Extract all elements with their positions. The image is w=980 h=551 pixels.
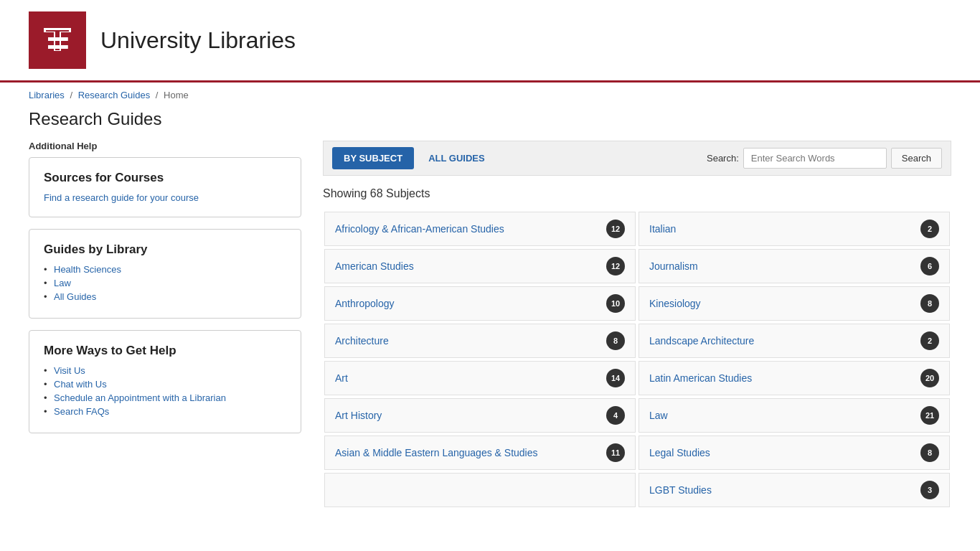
subjects-grid: Africology & African-American Studies12I… — [323, 210, 951, 509]
subject-link[interactable]: Kinesiology — [649, 298, 701, 309]
search-input[interactable] — [743, 148, 887, 169]
subject-link[interactable]: Art — [335, 372, 348, 384]
all-guides-link[interactable]: All Guides — [54, 291, 96, 302]
health-sciences-link[interactable]: Health Sciences — [54, 264, 121, 275]
tab-all-guides[interactable]: ALL GUIDES — [417, 147, 496, 169]
list-item: Visit Us — [44, 365, 286, 376]
subject-link[interactable]: Landscape Architecture — [649, 335, 754, 347]
schedule-appointment-link[interactable]: Schedule an Appointment with a Librarian — [54, 392, 226, 403]
site-header: ⚌ University Libraries — [0, 0, 980, 83]
subject-link[interactable]: LGBT Studies — [649, 484, 712, 496]
search-button[interactable]: Search — [891, 148, 942, 169]
list-item: All Guides — [44, 291, 286, 302]
additional-help-label: Additional Help — [29, 141, 301, 151]
subject-link[interactable]: Art History — [335, 410, 382, 421]
main-layout: Additional Help Sources for Courses Find… — [0, 141, 980, 537]
subject-item[interactable]: Architecture8 — [324, 324, 636, 358]
sidebar: Additional Help Sources for Courses Find… — [29, 141, 301, 509]
tab-by-subject[interactable]: BY SUBJECT — [332, 147, 414, 169]
page-title-area: Research Guides — [0, 105, 980, 141]
subject-link[interactable]: Architecture — [335, 335, 389, 347]
subject-link[interactable]: Legal Studies — [649, 447, 710, 458]
subject-link[interactable]: Italian — [649, 223, 676, 235]
showing-subjects-label: Showing 68 Subjects — [323, 187, 951, 200]
subject-item[interactable]: Kinesiology8 — [639, 286, 950, 321]
subject-item — [324, 473, 636, 507]
list-item: Search FAQs — [44, 406, 286, 417]
subject-count: 20 — [920, 369, 939, 387]
subject-item[interactable]: Legal Studies8 — [639, 435, 950, 470]
breadcrumb-current: Home — [164, 90, 189, 100]
subject-count: 2 — [920, 331, 939, 350]
subject-link[interactable]: Latin American Studies — [649, 372, 752, 384]
subject-item[interactable]: American Studies12 — [324, 249, 636, 283]
sources-for-courses-link[interactable]: Find a research guide for your course — [44, 192, 199, 203]
subject-item[interactable]: Art14 — [324, 361, 636, 395]
guides-by-library-card: Guides by Library Health Sciences Law Al… — [29, 229, 301, 319]
chat-with-us-link[interactable]: Chat with Us — [54, 379, 107, 390]
subject-count: 8 — [606, 331, 625, 350]
subject-count: 2 — [920, 220, 939, 238]
subject-count: 12 — [606, 220, 625, 238]
breadcrumb-libraries-link[interactable]: Libraries — [29, 90, 65, 100]
list-item: Law — [44, 278, 286, 288]
subject-link[interactable]: Law — [649, 410, 668, 421]
breadcrumb: Libraries / Research Guides / Home — [0, 83, 980, 105]
more-ways-title: More Ways to Get Help — [44, 344, 286, 358]
subject-item[interactable]: Italian2 — [639, 212, 950, 246]
more-ways-list: Visit Us Chat with Us Schedule an Appoin… — [44, 365, 286, 417]
subject-count: 12 — [606, 257, 625, 276]
subject-item[interactable]: Journalism6 — [639, 249, 950, 283]
subject-item[interactable]: Asian & Middle Eastern Languages & Studi… — [324, 435, 636, 470]
subject-item[interactable]: LGBT Studies3 — [639, 473, 950, 507]
more-ways-card: More Ways to Get Help Visit Us Chat with… — [29, 330, 301, 433]
subject-link[interactable]: Anthropology — [335, 298, 395, 309]
list-item: Chat with Us — [44, 379, 286, 390]
list-item: Schedule an Appointment with a Librarian — [44, 392, 286, 403]
subject-link[interactable]: American Studies — [335, 260, 414, 272]
sources-for-courses-card: Sources for Courses Find a research guid… — [29, 157, 301, 217]
content-area: BY SUBJECT ALL GUIDES Search: Search Sho… — [323, 141, 951, 509]
search-label: Search: — [707, 153, 739, 164]
page-title: Research Guides — [29, 109, 951, 129]
breadcrumb-sep-1: / — [70, 90, 72, 100]
subject-count: 14 — [606, 369, 625, 387]
logo: ⚌ — [29, 11, 86, 69]
visit-us-link[interactable]: Visit Us — [54, 365, 85, 376]
guides-by-library-title: Guides by Library — [44, 242, 286, 257]
subject-count: 8 — [920, 294, 939, 313]
subject-count: 10 — [606, 294, 625, 313]
subject-count: 11 — [606, 443, 625, 462]
subject-item[interactable]: Africology & African-American Studies12 — [324, 212, 636, 246]
sources-for-courses-title: Sources for Courses — [44, 171, 286, 185]
subject-count: 3 — [920, 481, 939, 499]
subject-item[interactable]: Latin American Studies20 — [639, 361, 950, 395]
list-item: Health Sciences — [44, 264, 286, 275]
subject-link[interactable]: Asian & Middle Eastern Languages & Studi… — [335, 447, 538, 458]
subject-link[interactable]: Journalism — [649, 260, 698, 272]
search-area: Search: Search — [707, 148, 942, 169]
law-link[interactable]: Law — [54, 278, 71, 288]
breadcrumb-sep-2: / — [156, 90, 159, 100]
search-faqs-link[interactable]: Search FAQs — [54, 406, 109, 417]
subject-item[interactable]: Art History4 — [324, 398, 636, 433]
breadcrumb-research-guides-link[interactable]: Research Guides — [78, 90, 150, 100]
tabs-bar: BY SUBJECT ALL GUIDES Search: Search — [323, 141, 951, 176]
subject-item[interactable]: Anthropology10 — [324, 286, 636, 321]
subject-item[interactable]: Landscape Architecture2 — [639, 324, 950, 358]
subject-item[interactable]: Law21 — [639, 398, 950, 433]
subject-count: 8 — [920, 443, 939, 462]
subject-link[interactable]: Africology & African-American Studies — [335, 223, 504, 235]
subject-count: 21 — [920, 406, 939, 425]
subject-count: 6 — [920, 257, 939, 276]
subject-count: 4 — [606, 406, 625, 425]
guides-by-library-list: Health Sciences Law All Guides — [44, 264, 286, 302]
site-title: University Libraries — [100, 27, 296, 54]
